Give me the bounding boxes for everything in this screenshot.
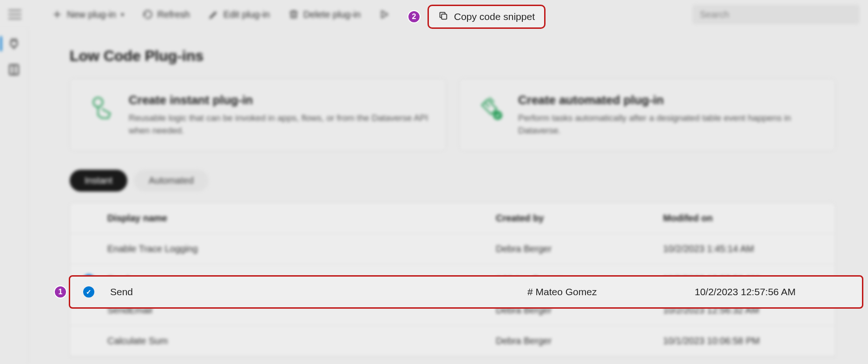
copy-snippet-label: Copy code snippet [454, 11, 535, 22]
instant-card-desc: Reusable logic that can be invoked in ap… [129, 112, 430, 137]
highlight-name: Send [107, 286, 527, 298]
copy-icon [438, 11, 448, 23]
new-plugin-label: New plug-in [67, 9, 116, 20]
pencil-icon [209, 9, 219, 20]
col-modified-on[interactable]: Modifed on [663, 213, 830, 224]
annotation-badge-1: 1 [54, 285, 67, 298]
plug-icon [475, 93, 505, 123]
create-automated-card[interactable]: Create automated plug-in Perform tasks a… [459, 79, 835, 151]
rail-book-icon[interactable] [7, 63, 20, 76]
trash-icon [289, 9, 299, 20]
svg-point-7 [493, 111, 502, 120]
rail-plugin-icon[interactable] [7, 37, 20, 50]
play-button[interactable] [373, 6, 396, 23]
plus-icon [52, 9, 62, 20]
new-plugin-button[interactable]: New plug-in ▾ [46, 6, 131, 24]
search-input[interactable]: Search [692, 5, 860, 24]
copy-code-snippet-button[interactable]: Copy code snippet [427, 5, 546, 29]
delete-plugin-label: Delete plug-in [303, 9, 361, 20]
tap-icon [86, 93, 116, 123]
automated-card-desc: Perform tasks automatically after a desi… [518, 112, 819, 137]
chevron-down-icon: ▾ [121, 11, 124, 18]
svg-point-6 [93, 98, 103, 107]
highlighted-row[interactable]: ✓ Send # Mateo Gomez 10/2/2023 12:57:56 … [69, 275, 863, 309]
refresh-label: Refresh [158, 9, 190, 20]
create-instant-card[interactable]: Create instant plug-in Reusable logic th… [70, 79, 446, 151]
tab-instant[interactable]: Instant [70, 170, 127, 192]
col-created-by[interactable]: Created by [496, 213, 663, 224]
delete-plugin-button[interactable]: Delete plug-in [282, 6, 367, 24]
edit-plugin-button[interactable]: Edit plug-in [202, 6, 276, 24]
svg-marker-2 [382, 11, 388, 18]
annotation-badge-2: 2 [408, 10, 421, 23]
play-icon [379, 9, 389, 20]
table-row[interactable]: Calculate Sum Debra Berger 10/1/2023 10:… [70, 326, 835, 357]
highlight-modified-on: 10/2/2023 12:57:56 AM [695, 286, 862, 298]
table-row[interactable]: Enable Trace Logging Debra Berger 10/2/2… [70, 234, 835, 265]
edit-plugin-label: Edit plug-in [224, 9, 270, 20]
search-placeholder: Search [700, 9, 729, 20]
tab-row: Instant Automated [70, 170, 835, 192]
automated-card-title: Create automated plug-in [518, 93, 819, 107]
refresh-icon [143, 9, 153, 20]
instant-card-title: Create instant plug-in [129, 93, 430, 107]
tab-automated[interactable]: Automated [134, 170, 209, 192]
table-header-row: Display name Created by Modifed on [70, 203, 835, 234]
left-rail [0, 29, 28, 364]
refresh-button[interactable]: Refresh [136, 6, 197, 24]
col-display-name[interactable]: Display name [107, 213, 496, 224]
highlight-created-by: # Mateo Gomez [527, 286, 695, 298]
svg-rect-8 [441, 14, 447, 19]
check-icon[interactable]: ✓ [83, 286, 94, 298]
hamburger-icon[interactable] [8, 10, 21, 19]
page-title: Low Code Plug-ins [70, 47, 835, 65]
main-content: Low Code Plug-ins Create instant plug-in… [28, 29, 868, 364]
